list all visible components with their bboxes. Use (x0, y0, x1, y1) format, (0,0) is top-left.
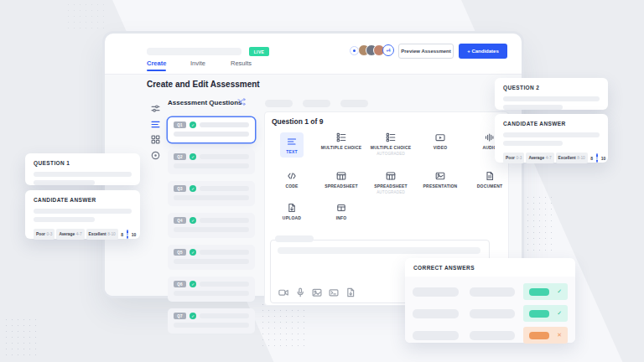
rating-range: 0-3 (516, 156, 522, 160)
placeholder-pill (340, 100, 368, 107)
check-icon: ✓ (190, 153, 196, 160)
question-badge: Q2 (174, 153, 186, 160)
type-label: TEXT (286, 149, 298, 154)
rating-score-10[interactable]: 10 (601, 156, 606, 161)
placeholder-bar (200, 122, 249, 127)
placeholder-bar (34, 180, 95, 185)
rating-scale: Poor 0-3 Average 4-7 Excellent 8-10 8 9 … (503, 153, 600, 163)
card-title: QUESTION 1 (34, 160, 132, 166)
list-view-icon[interactable] (151, 120, 160, 129)
type-tile-document[interactable]: DOCUMENT (467, 171, 512, 194)
tab-create[interactable]: Create (147, 59, 166, 67)
editor-label-placeholder (275, 235, 314, 242)
type-label: SPREADSHEET (319, 184, 364, 189)
answer-pill (529, 332, 549, 339)
rating-average[interactable]: Average 4-7 (56, 229, 84, 240)
question-item[interactable]: Q1 ✓ (168, 117, 255, 142)
question-item[interactable]: Q6 ✓ (168, 277, 255, 302)
microphone-icon[interactable] (295, 287, 305, 297)
rating-score-9-selected[interactable]: 9 (127, 230, 129, 239)
dot-pattern (260, 302, 309, 349)
assessment-questions-list: Q1 ✓ Q2 ✓ Q3 ✓ Q4 ✓ (168, 117, 255, 340)
card-title: CANDIDATE ANSWER (503, 121, 600, 127)
type-label: VIDEO (418, 145, 463, 150)
check-icon: ✓ (190, 185, 196, 192)
status-correct[interactable]: ✓ (523, 283, 568, 300)
placeholder-pill (303, 100, 330, 107)
placeholder-bar (413, 287, 459, 297)
rating-label: Poor (506, 156, 515, 160)
type-label: UPLOAD (269, 215, 314, 220)
code-block-icon[interactable] (329, 287, 339, 297)
rating-score-9-selected[interactable]: 9 (596, 153, 599, 163)
tab-results[interactable]: Results (231, 59, 252, 67)
live-badge: LIVE (249, 47, 269, 56)
add-candidates-button[interactable]: + Candidates (459, 44, 507, 59)
placeholder-bar (200, 218, 249, 223)
check-icon: ✓ (190, 313, 196, 319)
rating-excellent[interactable]: Excellent 8-10 (556, 153, 588, 163)
question-badge: Q1 (174, 122, 186, 128)
question-item[interactable]: Q4 ✓ (168, 213, 255, 238)
type-tile-video[interactable]: VIDEO (418, 132, 463, 158)
preview-assessment-button[interactable]: Preview Assessment (398, 44, 454, 59)
type-tile-upload[interactable]: UPLOAD (269, 203, 314, 220)
spreadsheet-icon (386, 171, 396, 181)
question-item[interactable]: Q2 ✓ (168, 149, 255, 174)
type-tile-spreadsheet[interactable]: SPREADSHEET (319, 171, 364, 194)
type-tile-multiple-choice[interactable]: MULTIPLE CHOICE (319, 132, 364, 158)
question-item[interactable]: Q7 ✓ (168, 308, 255, 334)
answer-row: ✕ (413, 327, 568, 344)
rating-poor[interactable]: Poor 0-3 (34, 229, 55, 240)
type-label: SPREADSHEET (368, 184, 413, 189)
rating-score-10[interactable]: 10 (132, 232, 137, 237)
card-title: CORRECT ANSWERS (413, 265, 475, 271)
question-item[interactable]: Q5 ✓ (168, 245, 255, 270)
placeholder-bar (34, 209, 132, 214)
placeholder-bar (413, 331, 459, 340)
dot-pattern (65, 2, 109, 32)
answer-row: ✓ (413, 283, 568, 300)
page-title: Create and Edit Assessment (147, 80, 260, 89)
placeholder-bar (413, 309, 459, 318)
card-title: QUESTION 2 (503, 85, 600, 90)
rating-score-8[interactable]: 8 (121, 232, 123, 237)
placeholder-bar (470, 331, 516, 340)
tab-invite[interactable]: Invite (190, 59, 205, 67)
type-label: MULTIPLE CHOICE (319, 145, 364, 150)
cross-icon: ✕ (557, 332, 562, 339)
type-tile-multiple-choice-autograded[interactable]: MULTIPLE CHOICE AUTOGRADED (368, 132, 413, 158)
file-upload-icon[interactable] (345, 287, 356, 297)
type-tile-presentation[interactable]: PRESENTATION (418, 171, 463, 194)
rating-excellent[interactable]: Excellent 8-10 (86, 229, 118, 240)
question-badge: Q3 (174, 185, 186, 192)
spreadsheet-icon (336, 171, 346, 181)
question-item[interactable]: Q3 ✓ (168, 181, 255, 206)
avatar-overflow-badge[interactable]: +4 (382, 44, 394, 56)
placeholder-bar (174, 291, 249, 296)
filter-sliders-icon[interactable] (151, 104, 160, 113)
rating-label: Excellent (558, 156, 576, 160)
rating-poor[interactable]: Poor 0-3 (503, 153, 524, 163)
type-tile-code[interactable]: CODE (269, 171, 314, 194)
type-tile-info[interactable]: INFO (319, 203, 364, 220)
answer-row: ✓ (413, 305, 568, 322)
status-correct[interactable]: ✓ (523, 305, 568, 322)
rating-range: 8-10 (107, 232, 116, 236)
placeholder-bar (470, 309, 516, 318)
type-tile-spreadsheet-autograded[interactable]: SPREADSHEET AUTOGRADED (368, 171, 413, 194)
audio-waveform-icon (485, 132, 495, 142)
grid-view-icon[interactable] (151, 135, 160, 144)
placeholder-bar (174, 132, 249, 137)
target-icon[interactable] (151, 151, 160, 160)
status-incorrect[interactable]: ✕ (523, 327, 568, 344)
rating-score-8[interactable]: 8 (590, 156, 593, 161)
check-icon: ✓ (557, 310, 562, 317)
shuffle-icon[interactable] (237, 97, 247, 106)
type-tile-text[interactable]: TEXT (269, 132, 314, 158)
placeholder-bar (503, 105, 563, 110)
image-icon[interactable] (312, 287, 322, 297)
rating-average[interactable]: Average 4-7 (526, 153, 553, 163)
placeholder-bar (200, 282, 249, 287)
video-camera-icon[interactable] (278, 287, 288, 297)
